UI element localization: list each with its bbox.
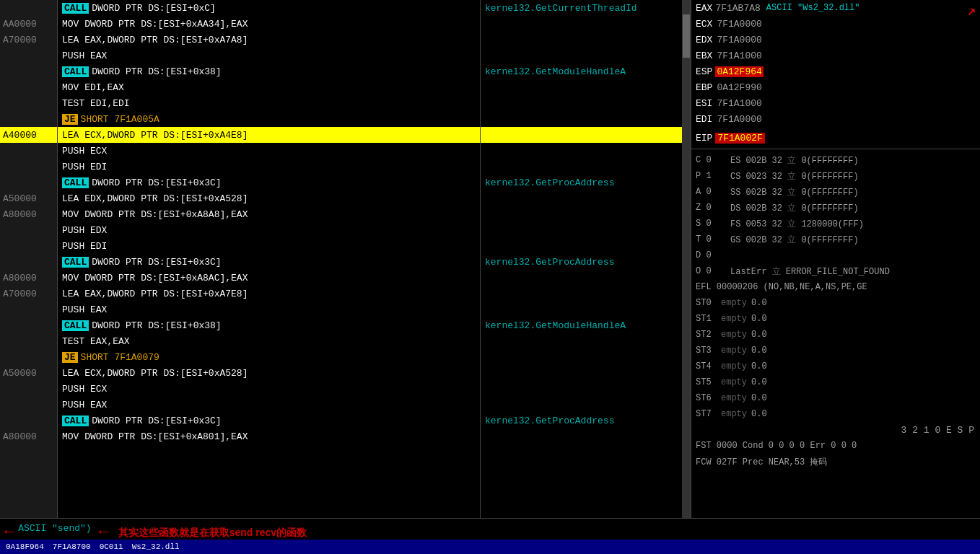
asm-cell[interactable]: PUSH EDX — [58, 222, 480, 238]
status-bar: 0A18F964 7F1A8700 0C011 Ws2_32.dll — [0, 540, 980, 554]
asm-cell[interactable]: MOV DWORD PTR DS:[ESI+0xA8A8],EAX — [58, 206, 480, 222]
asm-cell[interactable]: TEST EDI,EDI — [58, 95, 480, 111]
comment-cell — [481, 381, 682, 397]
reg-esp: ESP0A12F964 — [691, 63, 980, 79]
status-addr1: 0A18F964 — [6, 542, 44, 551]
asm-cell[interactable]: LEA EAX,DWORD PTR DS:[ESI+0xA7E8] — [58, 286, 480, 302]
asm-cell[interactable]: MOV DWORD PTR DS:[ESI+0xAA34],EAX — [58, 16, 480, 32]
comment-cell — [481, 365, 682, 381]
fst-line: FST 0000 Cond 0 0 0 0 Err 0 0 0 — [691, 438, 980, 454]
flag-line-2: A 0SS 002B 32 立 0(FFFFFFFF) — [691, 184, 980, 200]
comment-cell — [481, 48, 682, 63]
comment-cell — [481, 333, 682, 349]
flag-line-0: C 0ES 002B 32 立 0(FFFFFFFF) — [691, 152, 980, 168]
asm-cell[interactable]: PUSH ECX — [58, 143, 480, 159]
status-addr2: 7F1A8700 — [53, 542, 91, 551]
disasm-scrollbar[interactable] — [682, 0, 691, 518]
asm-cell[interactable]: PUSH ECX — [58, 381, 480, 397]
comment-cell — [481, 79, 682, 95]
asm-cell[interactable]: JESHORT 7F1A0079 — [58, 349, 480, 365]
addr-cell — [0, 0, 57, 16]
reg-edi: EDI7F1A0000 — [691, 111, 980, 127]
addr-cell: A50000 — [0, 190, 57, 206]
fcw-line: FCW 027F Prec NEAR,53 掩码 — [691, 454, 980, 470]
main-container: AA0000A70000A40000A50000A80000A80000A700… — [0, 0, 980, 518]
asm-cell[interactable]: CALLDWORD PTR DS:[ESI+0x38] — [58, 63, 480, 79]
addr-cell — [0, 159, 57, 175]
asm-cell[interactable]: PUSH EAX — [58, 48, 480, 63]
ascii-label: ASCII "send") — [18, 523, 91, 534]
comment-cell — [481, 206, 682, 222]
asm-col[interactable]: CALLDWORD PTR DS:[ESI+0xC]MOV DWORD PTR … — [58, 0, 480, 518]
reg-ebx: EBX7F1A1000 — [691, 48, 980, 63]
asm-cell[interactable]: CALLDWORD PTR DS:[ESI+0xC] — [58, 0, 480, 16]
comment-cell: kernel32.GetProcAddress — [481, 175, 682, 190]
addr-cell: A50000 — [0, 365, 57, 381]
comment-cell: kernel32.GetModuleHandleA — [481, 63, 682, 79]
reg-eip: EIP7F1A002F — [691, 130, 980, 146]
addr-cell — [0, 413, 57, 428]
st-reg-0: ST0empty0.0 — [691, 295, 980, 311]
asm-cell[interactable]: LEA ECX,DWORD PTR DS:[ESI+0xA4E8] — [58, 127, 480, 143]
addr-cell: A40000 — [0, 127, 57, 143]
comment-cell — [481, 270, 682, 286]
addr-cell: A80000 — [0, 206, 57, 222]
asm-cell[interactable]: CALLDWORD PTR DS:[ESI+0x3C] — [58, 254, 480, 270]
comment-cell — [481, 349, 682, 365]
comment-col: kernel32.GetCurrentThreadIdkernel32.GetM… — [480, 0, 682, 518]
addr-cell — [0, 63, 57, 79]
asm-cell[interactable]: PUSH EAX — [58, 302, 480, 317]
st-reg-4: ST4empty0.0 — [691, 359, 980, 374]
asm-cell[interactable]: PUSH EAX — [58, 397, 480, 413]
asm-cell[interactable]: MOV DWORD PTR DS:[ESI+0xA8AC],EAX — [58, 270, 480, 286]
comment-cell — [481, 302, 682, 317]
asm-cell[interactable]: TEST EAX,EAX — [58, 333, 480, 349]
asm-cell[interactable]: PUSH EDI — [58, 159, 480, 175]
addr-cell — [0, 222, 57, 238]
st-reg-1: ST1empty0.0 — [691, 311, 980, 327]
st-reg-2: ST2empty0.0 — [691, 327, 980, 343]
reg-eax: EAX7F1AB7A8ASCII "Ws2_32.dll"↗ — [691, 0, 980, 16]
comment-cell — [481, 95, 682, 111]
reg-ecx: ECX7F1A0000 — [691, 16, 980, 32]
asm-cell[interactable]: JESHORT 7F1A005A — [58, 111, 480, 127]
asm-cell[interactable]: CALLDWORD PTR DS:[ESI+0x3C] — [58, 413, 480, 428]
registers-panel: EAX7F1AB7A8ASCII "Ws2_32.dll"↗ECX7F1A000… — [691, 0, 980, 518]
addr-cell: A80000 — [0, 428, 57, 444]
addr-cell — [0, 381, 57, 397]
asm-cell[interactable]: LEA ECX,DWORD PTR DS:[ESI+0xA528] — [58, 365, 480, 381]
flag-line-4: S 0FS 0053 32 立 1280000(FFF) — [691, 216, 980, 232]
asm-cell[interactable]: CALLDWORD PTR DS:[ESI+0x3C] — [58, 175, 480, 190]
addr-cell — [0, 79, 57, 95]
st-reg-7: ST7empty0.0 — [691, 406, 980, 422]
addr-cell — [0, 317, 57, 333]
flag-line-6: D 0 — [691, 247, 980, 263]
asm-cell[interactable]: MOV EDI,EAX — [58, 79, 480, 95]
disasm-scroll-thumb[interactable] — [683, 14, 690, 58]
addr-cell: A80000 — [0, 270, 57, 286]
addr-cell — [0, 175, 57, 190]
asm-cell[interactable]: PUSH EDI — [58, 238, 480, 254]
flag-line-3: Z 0DS 002B 32 立 0(FFFFFFFF) — [691, 200, 980, 216]
addr-cell: A70000 — [0, 286, 57, 302]
status-addr4: Ws2_32.dll — [132, 542, 180, 551]
asm-cell[interactable]: MOV DWORD PTR DS:[ESI+0xA801],EAX — [58, 428, 480, 444]
reg-edx: EDX7F1A0000 — [691, 32, 980, 48]
comment-cell: kernel32.GetModuleHandleA — [481, 317, 682, 333]
comment-cell — [481, 159, 682, 175]
comment-cell — [481, 127, 682, 143]
asm-cell[interactable]: CALLDWORD PTR DS:[ESI+0x38] — [58, 317, 480, 333]
addr-cell — [0, 397, 57, 413]
comment-cell — [481, 238, 682, 254]
comment-cell — [481, 16, 682, 32]
num-row: 3 2 1 0 E S P — [691, 422, 980, 438]
asm-cell[interactable]: LEA EDX,DWORD PTR DS:[ESI+0xA528] — [58, 190, 480, 206]
st-reg-3: ST3empty0.0 — [691, 343, 980, 359]
addr-cell — [0, 333, 57, 349]
comment-cell — [481, 222, 682, 238]
addr-cell — [0, 111, 57, 127]
status-addr3: 0C011 — [100, 542, 123, 551]
comment-cell — [481, 32, 682, 48]
addr-cell: AA0000 — [0, 16, 57, 32]
asm-cell[interactable]: LEA EAX,DWORD PTR DS:[ESI+0xA7A8] — [58, 32, 480, 48]
